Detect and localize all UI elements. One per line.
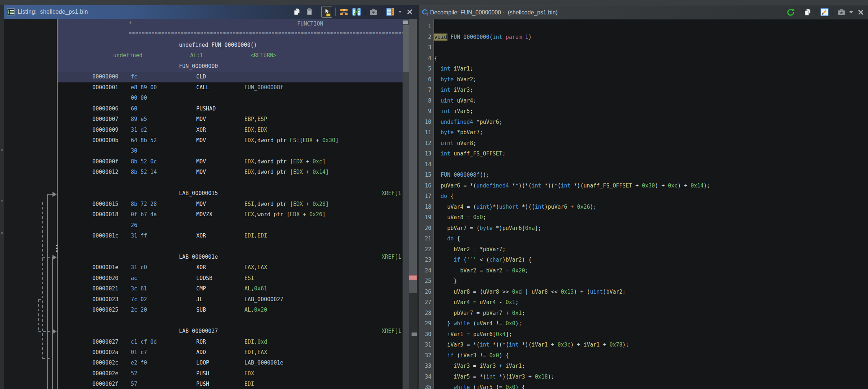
listing-row[interactable]: LAB_00000027XREF[1 <box>4 326 417 337</box>
listing-display-icon[interactable] <box>385 6 395 17</box>
listing-body[interactable]: *FUNCTION*******************************… <box>4 19 417 389</box>
listing-row[interactable]: 0000002f57PUSHEDI <box>4 379 417 389</box>
decompile-line[interactable]: iVar5 = *(int *)(iVar3 + 0x18); <box>434 372 554 383</box>
listing-row[interactable]: 0000002ce2 f0LOOPLAB_0000001e <box>4 358 417 368</box>
edit-icon[interactable] <box>819 7 830 18</box>
line-number: 20 <box>419 223 431 234</box>
snapshot-icon[interactable] <box>368 6 378 17</box>
decompile-line[interactable]: byte *pbVar7; <box>434 127 483 138</box>
decompile-line[interactable]: pbVar7 = (byte *)puVar6[0xa]; <box>434 223 541 234</box>
decompile-titlebar[interactable]: Cf Decompile: FUN_00000000 - (shellcode_… <box>419 5 868 20</box>
line-number: 24 <box>419 266 431 276</box>
decompile-line[interactable]: uint uVar8; <box>434 138 476 149</box>
decompile-line[interactable]: undefined4 *puVar6; <box>434 117 502 128</box>
decompile-line[interactable]: void FUN_00000000(int param_1) <box>434 32 532 43</box>
diff-view-icon[interactable] <box>352 6 362 17</box>
decompile-line[interactable]: iVar3 = *(int *)(*(int *)(iVar1 + 0x3c) … <box>434 340 629 350</box>
paste-icon[interactable] <box>304 6 314 17</box>
listing-row[interactable]: 0000000931 d2XOREDX,EDX <box>4 125 417 136</box>
listing-row[interactable]: 0000000f8b 52 0cMOVEDX,dword ptr [EDX + … <box>4 157 417 167</box>
decompile-line[interactable]: puVar6 = *(undefined4 **)(*(int *)(*(int… <box>434 181 710 191</box>
cursor-location-icon[interactable] <box>321 6 332 18</box>
decompile-line[interactable]: while (iVar5 != 0x0) { <box>434 382 525 389</box>
decompile-line[interactable]: uVar8 = (uVar8 >> 0xd | uVar8 << 0x13) +… <box>434 287 626 298</box>
decompile-line[interactable]: if (iVar3 != 0x0) { <box>434 350 509 361</box>
edit-listing-fields-icon[interactable] <box>339 6 349 17</box>
decompile-line[interactable]: bVar2 = *pbVar7; <box>434 244 506 255</box>
listing-row[interactable]: FUN_00000000 <box>4 61 417 72</box>
listing-row[interactable]: LAB_00000015XREF[1 <box>4 188 417 199</box>
decompile-line[interactable]: { <box>434 53 437 64</box>
listing-cell: XREF[1 <box>382 252 401 262</box>
listing-row[interactable]: 00000000fcCLD <box>4 72 417 82</box>
decompile-line[interactable]: if ('`' < (char)bVar2) { <box>434 255 532 266</box>
listing-titlebar[interactable]: Listing: shellcode_ps1.bin <box>4 5 417 19</box>
listing-row[interactable]: 0000002e52PUSHEDX <box>4 368 417 379</box>
decompile-line[interactable]: iVar1 = puVar6[0x4]; <box>434 329 512 340</box>
decompile-line[interactable]: uVar4 = uVar4 - 0x1; <box>434 297 519 308</box>
listing-row[interactable]: 000000180f b7 4aMOVZXECX,word ptr [EDX +… <box>4 209 417 220</box>
decompile-line[interactable]: do { <box>434 191 454 202</box>
line-number: 21 <box>419 234 431 244</box>
listing-row[interactable]: *FUNCTION <box>4 19 417 30</box>
listing-row[interactable]: 0000001e31 c0XOREAX,EAX <box>4 262 417 273</box>
listing-row[interactable]: LAB_0000001eXREF[1 <box>4 252 417 263</box>
listing-cell: LAB_00000027 <box>244 294 283 305</box>
chevron-down-icon[interactable] <box>398 10 402 14</box>
listing-row[interactable] <box>4 178 417 189</box>
decompile-line[interactable]: int iVar3; <box>434 85 473 96</box>
listing-row[interactable]: 26 <box>4 220 417 231</box>
copy-icon[interactable] <box>292 6 302 17</box>
decompile-line[interactable]: int iVar5; <box>434 106 473 117</box>
snapshot-icon[interactable] <box>836 7 846 18</box>
listing-row[interactable]: 000000252c 20SUBAL,0x20 <box>4 305 417 316</box>
listing-cell: 0000001e <box>92 262 118 273</box>
listing-row[interactable]: 30 <box>4 146 417 157</box>
listing-row[interactable]: 0000002a01 c7ADDEDI,EAX <box>4 347 417 358</box>
overview-marker-gray[interactable] <box>412 333 417 336</box>
chevron-down-icon[interactable] <box>849 10 853 14</box>
listing-row[interactable]: 00 00 <box>4 93 417 104</box>
listing-row[interactable]: 0000000789 e5MOVEBP,ESP <box>4 114 417 125</box>
listing-row[interactable] <box>4 241 417 252</box>
decompile-line[interactable]: byte bVar2; <box>434 74 476 85</box>
decompile-line[interactable]: int unaff_FS_OFFSET; <box>434 149 506 159</box>
listing-row[interactable]: 000000128b 52 14MOVEDX,dword ptr [EDX + … <box>4 167 417 178</box>
listing-row[interactable]: 000000158b 72 28MOVESI,dword ptr [EDX + … <box>4 199 417 210</box>
decompile-line[interactable]: do { <box>434 234 460 244</box>
listing-cell: 00000020 <box>92 273 118 284</box>
close-icon[interactable] <box>856 7 866 18</box>
listing-row[interactable]: 000000213c 61CMPAL,0x61 <box>4 284 417 294</box>
close-icon[interactable] <box>405 6 415 17</box>
decompile-line[interactable]: } <box>434 276 457 287</box>
listing-row[interactable]: 0000001c31 ffXOREDI,EDI <box>4 231 417 241</box>
listing-row[interactable]: 00000020acLODSBESI <box>4 273 417 284</box>
listing-row[interactable] <box>4 316 417 326</box>
listing-row[interactable]: 00000001e8 89 00CALLFUN_0000008f <box>4 82 417 93</box>
decompile-line[interactable]: bVar2 = bVar2 - 0x20; <box>434 266 528 276</box>
listing-cell: PUSHAD <box>196 104 216 114</box>
overview-marker-red[interactable] <box>409 275 417 280</box>
listing-row[interactable]: ****************************************… <box>4 29 417 40</box>
decompile-line[interactable]: uVar4 = (uint)*(ushort *)((int)puVar6 + … <box>434 202 597 213</box>
decompile-line[interactable]: } while (uVar4 != 0x0); <box>434 318 522 329</box>
listing-row[interactable]: 0000000660PUSHAD <box>4 104 417 114</box>
listing-scrollbar-thumb[interactable] <box>403 25 409 72</box>
decompile-line[interactable]: iVar3 = iVar3 + iVar1; <box>434 361 525 372</box>
listing-row[interactable]: 000000237c 02JLLAB_00000027 <box>4 294 417 305</box>
listing-row[interactable]: undefined FUN_00000000() <box>4 40 417 51</box>
listing-scrollbar[interactable] <box>403 19 409 389</box>
decompile-line[interactable]: FUN_0000008f(); <box>434 170 490 181</box>
refresh-icon[interactable] <box>786 7 796 18</box>
decompile-body[interactable]: 1234567891011121314151617181920212223242… <box>419 19 868 389</box>
listing-cell: LAB_00000027 <box>179 326 218 336</box>
decompile-line[interactable]: uint uVar4; <box>434 96 476 107</box>
decompile-line[interactable]: uVar8 = 0x0; <box>434 212 486 223</box>
decompile-line[interactable]: int iVar1; <box>434 64 473 74</box>
listing-row[interactable]: undefinedAL:1<RETURN> <box>4 50 417 61</box>
decompile-line[interactable]: pbVar7 = pbVar7 + 0x1; <box>434 308 525 319</box>
copy-icon[interactable] <box>803 7 813 18</box>
listing-row[interactable]: 00000027c1 cf 0dROREDI,0xd <box>4 337 417 348</box>
listing-row[interactable]: 0000000b64 8b 52MOVEDX,dword ptr FS:[EDX… <box>4 135 417 146</box>
listing-cell: 0000002f <box>92 379 118 389</box>
